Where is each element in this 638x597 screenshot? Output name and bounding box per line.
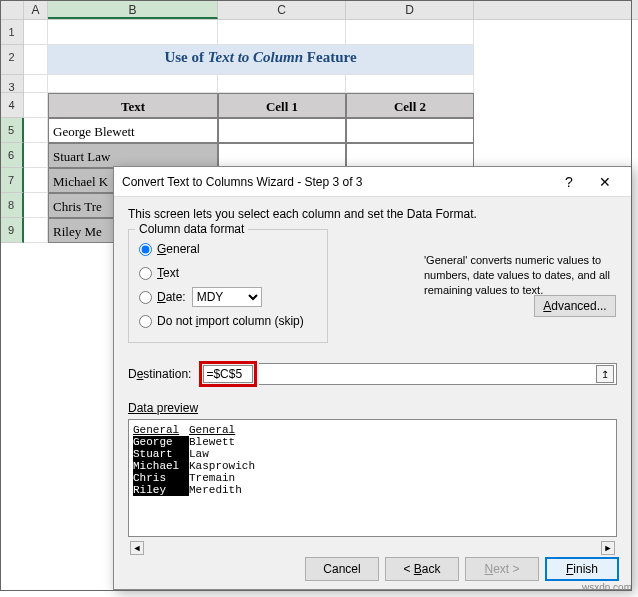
row-header-4[interactable]: 4 <box>0 93 24 118</box>
col-header-b[interactable]: B <box>48 0 218 19</box>
preview-header-row: GeneralGeneral <box>133 424 612 436</box>
row-header-6[interactable]: 6 <box>0 143 24 168</box>
collapse-dialog-icon[interactable]: ↥ <box>596 365 614 383</box>
row-header-2[interactable]: 2 <box>0 45 24 75</box>
row-header-8[interactable]: 8 <box>0 193 24 218</box>
title-suffix: Feature <box>303 49 356 65</box>
destination-highlight <box>199 361 257 387</box>
radio-skip[interactable]: Do not import column (skip) <box>139 310 317 332</box>
fieldset-legend: Column data format <box>135 222 248 236</box>
scroll-left-icon[interactable]: ◄ <box>130 541 144 555</box>
data-b6[interactable]: Stuart Law <box>48 143 218 168</box>
title-prefix: Use of <box>164 49 207 65</box>
destination-label: Destination: <box>128 367 191 381</box>
help-button[interactable]: ? <box>551 170 587 194</box>
back-button[interactable]: < Back <box>385 557 459 581</box>
dialog-title: Convert Text to Columns Wizard - Step 3 … <box>122 175 551 189</box>
col-header-a[interactable]: A <box>24 0 48 19</box>
radio-general[interactable]: General <box>139 238 317 260</box>
header-cell2[interactable]: Cell 2 <box>346 93 474 118</box>
preview-scrollbar[interactable]: ◄ ► <box>128 537 617 555</box>
row-header-7[interactable]: 7 <box>0 168 24 193</box>
next-button[interactable]: Next > <box>465 557 539 581</box>
text-to-columns-dialog: Convert Text to Columns Wizard - Step 3 … <box>113 166 632 590</box>
preview-rows: GeorgeBlewett StuartLaw MichaelKasprowic… <box>133 436 612 496</box>
header-cell1[interactable]: Cell 1 <box>218 93 346 118</box>
select-all-corner[interactable] <box>0 0 24 19</box>
data-preview-box[interactable]: GeneralGeneral GeorgeBlewett StuartLaw M… <box>128 419 617 537</box>
data-b5[interactable]: George Blewett <box>48 118 218 143</box>
watermark: wsxdn.com <box>582 582 632 593</box>
destination-input[interactable] <box>203 365 253 383</box>
title-cell[interactable]: Use of Text to Column Feature <box>48 45 474 75</box>
radio-date[interactable]: Date: <box>139 290 186 304</box>
row-header-9[interactable]: 9 <box>0 218 24 243</box>
destination-field-extend[interactable]: ↥ <box>259 363 617 385</box>
column-data-format-group: Column data format General Text Date: MD… <box>128 229 328 343</box>
row-header-5[interactable]: 5 <box>0 118 24 143</box>
dialog-description: This screen lets you select each column … <box>128 207 617 221</box>
format-hint-text: 'General' converts numeric values to num… <box>424 253 624 298</box>
col-header-c[interactable]: C <box>218 0 346 19</box>
col-header-d[interactable]: D <box>346 0 474 19</box>
column-headers: A B C D <box>0 0 638 20</box>
row-header-3[interactable]: 3 <box>0 75 24 93</box>
dialog-titlebar[interactable]: Convert Text to Columns Wizard - Step 3 … <box>114 167 631 197</box>
data-preview-label: Data preview <box>128 401 617 415</box>
finish-button[interactable]: Finish <box>545 557 619 581</box>
close-button[interactable]: ✕ <box>587 170 623 194</box>
advanced-button[interactable]: Advanced... <box>534 295 616 317</box>
date-format-select[interactable]: MDY <box>192 287 262 307</box>
cancel-button[interactable]: Cancel <box>305 557 379 581</box>
title-em: Text to Column <box>208 49 303 65</box>
row-header-1[interactable]: 1 <box>0 20 24 45</box>
scroll-right-icon[interactable]: ► <box>601 541 615 555</box>
radio-text[interactable]: Text <box>139 262 317 284</box>
header-text[interactable]: Text <box>48 93 218 118</box>
